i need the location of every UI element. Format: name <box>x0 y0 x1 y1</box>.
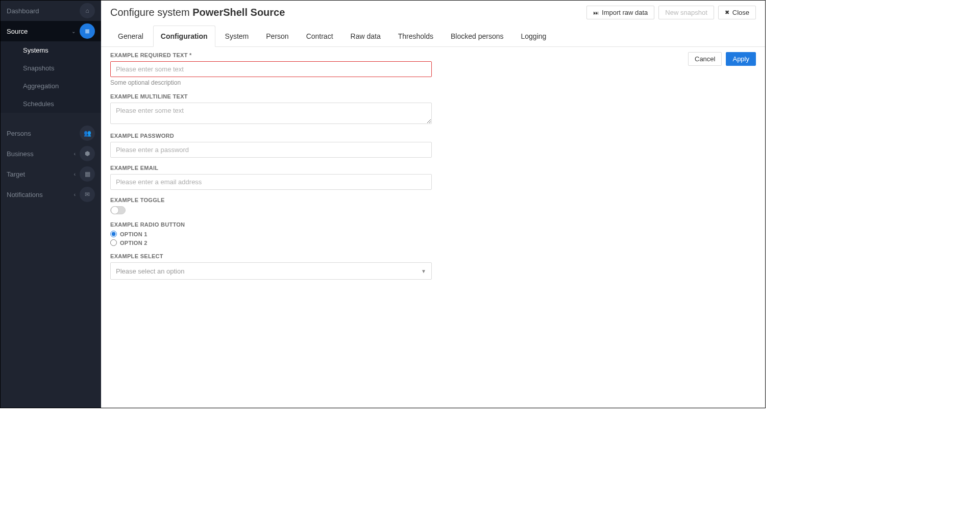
tab-general[interactable]: General <box>110 26 151 47</box>
tabs: GeneralConfigurationSystemPersonContract… <box>101 25 765 47</box>
sidebar-item-notifications[interactable]: Notifications‹✉ <box>1 184 101 205</box>
radio-option-2[interactable]: OPTION 2 <box>110 239 432 246</box>
sidebar-item-label: Persons <box>7 130 31 137</box>
field-select: EXAMPLE SELECT Please select an option ▼ <box>110 253 432 280</box>
chevron-down-icon: ▼ <box>421 268 426 274</box>
sidebar: Dashboard⌂Source⌄≣SystemsSnapshotsAggreg… <box>1 1 101 408</box>
globe-icon: ⬢ <box>80 146 95 161</box>
multiline-label: EXAMPLE MULTILINE TEXT <box>110 93 432 100</box>
content: EXAMPLE REQUIRED TEXT * Some optional de… <box>101 47 765 408</box>
sidebar-item-source[interactable]: Source⌄≣ <box>1 21 101 41</box>
tab-contract[interactable]: Contract <box>299 26 341 47</box>
field-required-text: EXAMPLE REQUIRED TEXT * Some optional de… <box>110 52 432 86</box>
close-icon: ✖ <box>725 9 729 16</box>
sidebar-subitem-aggregation[interactable]: Aggregation <box>1 77 101 95</box>
sidebar-subitems: SystemsSnapshotsAggregationSchedules <box>1 41 101 113</box>
password-label: EXAMPLE PASSWORD <box>110 133 432 139</box>
skip-forward-icon: ⏭ <box>593 10 599 16</box>
sidebar-item-label: Source <box>7 28 28 35</box>
field-password: EXAMPLE PASSWORD <box>110 133 432 158</box>
grid-icon: ▦ <box>80 166 95 182</box>
radio-option-1[interactable]: OPTION 1 <box>110 231 432 237</box>
password-input[interactable] <box>110 142 432 158</box>
envelope-icon: ✉ <box>80 187 95 202</box>
apply-button[interactable]: Apply <box>726 52 756 66</box>
radio-option-2-label: OPTION 2 <box>120 240 148 246</box>
database-icon: ≣ <box>80 23 95 39</box>
select-label: EXAMPLE SELECT <box>110 253 432 259</box>
page-title: Configure system PowerShell Source <box>110 7 285 18</box>
tab-thresholds[interactable]: Thresholds <box>390 26 441 47</box>
chevron-down-icon: ⌄ <box>71 29 76 34</box>
page-title-name: PowerShell Source <box>192 7 285 18</box>
toggle-knob <box>111 206 119 214</box>
sidebar-item-label: Dashboard <box>7 7 39 15</box>
import-raw-data-button[interactable]: ⏭ Import raw data <box>586 6 654 19</box>
new-snapshot-button[interactable]: New snapshot <box>658 6 714 19</box>
radio-group-label: EXAMPLE RADIO BUTTON <box>110 221 432 228</box>
field-radio: EXAMPLE RADIO BUTTON OPTION 1 OPTION 2 <box>110 221 432 246</box>
sidebar-item-business[interactable]: Business‹⬢ <box>1 143 101 164</box>
import-raw-data-label: Import raw data <box>602 9 648 16</box>
page-title-prefix: Configure system <box>110 7 192 18</box>
home-icon: ⌂ <box>80 3 95 18</box>
cancel-button[interactable]: Cancel <box>688 52 722 66</box>
close-button[interactable]: ✖ Close <box>718 6 756 19</box>
main: Configure system PowerShell Source ⏭ Imp… <box>101 1 765 408</box>
tab-configuration[interactable]: Configuration <box>153 26 215 47</box>
tab-raw-data[interactable]: Raw data <box>343 26 388 47</box>
radio-input-1[interactable] <box>110 231 117 237</box>
chevron-left-icon: ‹ <box>74 151 76 157</box>
chevron-left-icon: ‹ <box>74 192 76 197</box>
form-actions: Cancel Apply <box>688 52 756 399</box>
close-label: Close <box>732 9 749 16</box>
sidebar-item-label: Business <box>7 150 34 158</box>
tab-person[interactable]: Person <box>258 26 296 47</box>
sidebar-item-label: Notifications <box>7 191 43 199</box>
toggle-switch[interactable] <box>110 206 126 214</box>
required-text-input[interactable] <box>110 61 432 77</box>
new-snapshot-label: New snapshot <box>665 9 707 16</box>
required-text-description: Some optional description <box>110 79 432 86</box>
multiline-input[interactable] <box>110 103 432 124</box>
field-toggle: EXAMPLE TOGGLE <box>110 197 432 214</box>
radio-input-2[interactable] <box>110 239 117 246</box>
email-label: EXAMPLE EMAIL <box>110 165 432 171</box>
sidebar-item-label: Target <box>7 170 25 178</box>
page-header: Configure system PowerShell Source ⏭ Imp… <box>101 1 765 25</box>
tab-system[interactable]: System <box>217 26 257 47</box>
users-icon: 👥 <box>80 126 95 141</box>
tab-blocked-persons[interactable]: Blocked persons <box>443 26 511 47</box>
toggle-label: EXAMPLE TOGGLE <box>110 197 432 203</box>
tab-logging[interactable]: Logging <box>513 26 554 47</box>
sidebar-subitem-snapshots[interactable]: Snapshots <box>1 59 101 77</box>
chevron-left-icon: ‹ <box>74 171 76 177</box>
sidebar-item-dashboard[interactable]: Dashboard⌂ <box>1 1 101 21</box>
sidebar-item-target[interactable]: Target‹▦ <box>1 164 101 184</box>
sidebar-subitem-schedules[interactable]: Schedules <box>1 95 101 113</box>
email-input[interactable] <box>110 174 432 190</box>
form-column: EXAMPLE REQUIRED TEXT * Some optional de… <box>110 52 432 399</box>
select-placeholder: Please select an option <box>116 267 184 275</box>
header-actions: ⏭ Import raw data New snapshot ✖ Close <box>586 6 756 19</box>
field-email: EXAMPLE EMAIL <box>110 165 432 190</box>
radio-option-1-label: OPTION 1 <box>120 231 148 237</box>
field-multiline: EXAMPLE MULTILINE TEXT <box>110 93 432 126</box>
required-text-label: EXAMPLE REQUIRED TEXT * <box>110 52 432 58</box>
select-input[interactable]: Please select an option ▼ <box>110 262 432 280</box>
sidebar-item-persons[interactable]: Persons👥 <box>1 123 101 143</box>
sidebar-subitem-systems[interactable]: Systems <box>1 41 101 59</box>
